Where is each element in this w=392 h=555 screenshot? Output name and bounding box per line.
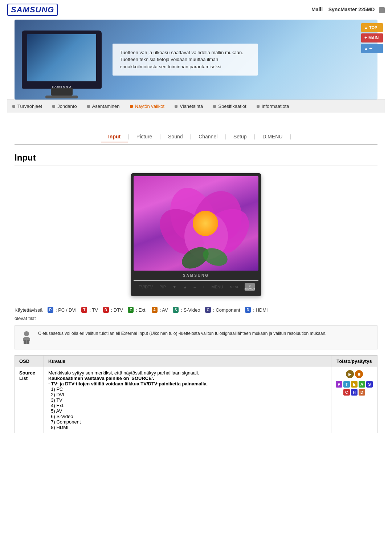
tv-controls[interactable]: TV/DTV PIP ▼ ▲ – + MENU MENU ⊙SOURCE [134, 280, 258, 293]
badge-d1: D [103, 307, 109, 313]
badge-t: T [81, 307, 87, 313]
play-icons: ▶ ⏹ P T E A S C H D [336, 370, 373, 396]
table-row: SourceList Merkkivalo syttyy sen merkiks… [15, 367, 377, 433]
note-icon [19, 330, 34, 345]
nav-tabs: Turvaohjeet Johdanto Asentaminen Näytön … [7, 100, 385, 113]
badge-letter-s: S [366, 381, 373, 388]
monitor-brand-label: SAMSUNG [22, 85, 102, 88]
model-label: Malli [311, 7, 323, 12]
olevat-text: olevat tilat [15, 316, 377, 321]
badge-d2: D [245, 307, 251, 313]
menu-sep: | [290, 131, 291, 142]
tab-informaatiota[interactable]: Informaatiota [252, 100, 294, 113]
tab-vianetsinta[interactable]: Vianetsintä [170, 100, 208, 113]
badge-p: P [48, 307, 53, 313]
header: SAMSUNG Malli SyncMaster 225MD [0, 0, 392, 20]
menu-channel[interactable]: Channel [191, 131, 225, 142]
badge-letter-t: T [343, 381, 350, 388]
badge-s: S [173, 307, 179, 313]
tab-dot [87, 105, 90, 108]
hero-description: Tuotteen väri ja ulkoasu saattavat vaihd… [113, 44, 258, 76]
tab-dot [52, 105, 55, 108]
minus-label[interactable]: – [194, 285, 196, 289]
menu-label[interactable]: MENU [212, 285, 223, 289]
plus-label[interactable]: + [203, 285, 205, 289]
hero-banner: SAMSUNG Tuotteen väri ja ulkoasu saattav… [15, 20, 377, 100]
main-button[interactable]: ✦ MAIN [361, 33, 383, 42]
menu-input[interactable]: Input [101, 131, 128, 142]
source-button[interactable]: ⊙SOURCE [245, 283, 255, 291]
tv-container: SAMSUNG TV/DTV PIP ▼ ▲ – + MENU MENU ⊙SO… [15, 173, 377, 296]
badge-a: A [152, 307, 158, 313]
badge-letter-a: A [359, 381, 365, 388]
table-header-osd: OSD [15, 356, 44, 367]
model-info: Malli SyncMaster 225MD [311, 7, 385, 13]
svg-point-0 [24, 331, 29, 336]
top-button[interactable]: ▲ TOP [361, 23, 383, 32]
tv-dtv-label: TV/DTV [139, 285, 153, 289]
tv-frame: SAMSUNG TV/DTV PIP ▼ ▲ – + MENU MENU ⊙SO… [131, 173, 261, 296]
tab-asentaminen[interactable]: Asentaminen [82, 100, 125, 113]
table-cell-osd: SourceList [15, 367, 44, 433]
icons-intro-text: Käytettävissä [15, 307, 42, 313]
tv-screen [134, 176, 258, 271]
play-btn-1: ▶ [346, 370, 354, 378]
pip-label: PIP [159, 285, 166, 289]
icons-info: Käytettävissä P : PC / DVI T : TV D : DT… [15, 307, 377, 313]
play-row-letters2: C H D [343, 389, 365, 396]
table-header-kuvaus: Kuvaus [44, 356, 331, 367]
table-cell-kuvaus: Merkkivalo syttyy sen merkiksi, että näy… [44, 367, 331, 433]
tab-johdanto[interactable]: Johdanto [47, 100, 82, 113]
down-label[interactable]: ▼ [172, 285, 176, 289]
play-row-circles: ▶ ⏹ [346, 370, 363, 378]
side-nav: ▲ TOP ✦ MAIN ▲ ↩ [361, 23, 383, 53]
badge-letter-p: P [336, 381, 342, 388]
back-button[interactable]: ▲ ↩ [361, 44, 383, 53]
tv-brand-label: SAMSUNG [134, 272, 258, 279]
note-box: Oletusasetus voi olla eri valitun tuloti… [15, 325, 377, 349]
info-table: OSD Kuvaus Toisto/pysäytys SourceList Me… [15, 355, 377, 433]
table-cell-play: ▶ ⏹ P T E A S C H D [331, 367, 377, 433]
tab-spesifikaatiot[interactable]: Spesifikaatiot [208, 100, 251, 113]
model-name: SyncMaster 225MD [328, 7, 375, 12]
menu-picture[interactable]: Picture [129, 131, 160, 142]
tab-dot [175, 105, 177, 108]
badge-letter-e: E [351, 381, 358, 388]
note-text: Oletusasetus voi olla eri valitun tuloti… [38, 330, 326, 337]
monitor-illustration: SAMSUNG [22, 31, 102, 89]
tab-dot [12, 105, 15, 108]
main-content: Input [15, 145, 377, 441]
menu-sound[interactable]: Sound [161, 131, 190, 142]
badge-letter-h: H [351, 389, 358, 396]
badge-c: C [205, 307, 211, 313]
badge-letter-c: C [343, 389, 350, 396]
content-menu: Input | Picture | Sound | Channel | Setu… [15, 127, 377, 145]
page-title: Input [15, 153, 377, 166]
table-header-play: Toisto/pysäytys [331, 356, 377, 367]
menu-setup[interactable]: Setup [226, 131, 254, 142]
up-label[interactable]: ▲ [183, 285, 187, 289]
menu-dmenu[interactable]: D.MENU [255, 131, 290, 142]
badge-letter-d: D [359, 389, 365, 396]
tab-turvaohjeet[interactable]: Turvaohjeet [7, 100, 47, 113]
badge-e: E [128, 307, 134, 313]
play-btn-2: ⏹ [355, 370, 363, 378]
tab-dot [130, 105, 133, 108]
samsung-logo: SAMSUNG [7, 4, 58, 16]
tab-dot [213, 105, 216, 108]
tab-dot [257, 105, 260, 108]
tab-nayton-valikot[interactable]: Näytön valikot [125, 100, 170, 113]
play-row-letters: P T E A S [336, 381, 373, 388]
